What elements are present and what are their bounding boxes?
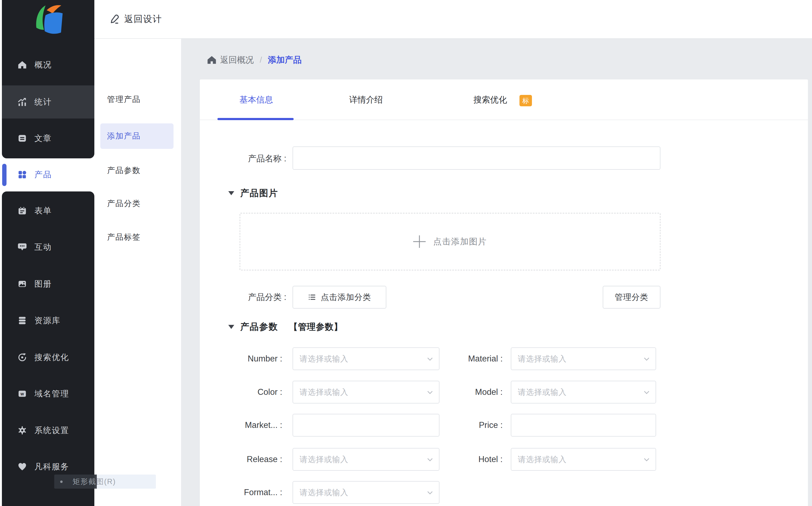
param-select-model[interactable]: 请选择或输入 xyxy=(511,381,656,404)
param-input-price[interactable] xyxy=(511,414,656,437)
seo-tab-badge: 标 xyxy=(520,95,532,106)
sidebar-item-forms[interactable]: 表单 xyxy=(0,202,94,219)
param-label-price: Price : xyxy=(432,414,503,437)
product-category-label: 产品分类 : xyxy=(215,286,286,309)
collapse-triangle-icon xyxy=(228,191,234,195)
add-product-card: 基本信息 详情介绍 搜索优化 标 产品名称 : 产品图片 点击添加图片 产品分类… xyxy=(200,79,808,506)
fanke-logo[interactable] xyxy=(30,4,68,36)
param-label-hotel: Hotel : xyxy=(432,448,503,471)
param-label-model: Model : xyxy=(432,381,503,404)
submenu-item-product-params[interactable]: 产品参数 xyxy=(94,161,181,180)
param-select-material[interactable]: 请选择或输入 xyxy=(511,347,656,370)
sidebar-item-stats[interactable]: 统计 xyxy=(0,94,94,110)
breadcrumb-back-link[interactable]: 返回概况 xyxy=(206,54,254,66)
product-name-label: 产品名称 : xyxy=(215,147,286,170)
product-params-section-header[interactable]: 产品参数 【管理参数】 xyxy=(228,321,343,333)
sidebar-item-products[interactable]: 产品 xyxy=(0,167,94,183)
add-category-button[interactable]: 点击添加分类 xyxy=(292,286,386,309)
form-icon xyxy=(17,205,28,216)
param-label-number: Number : xyxy=(211,347,282,370)
sidebar-item-overview[interactable]: 概况 xyxy=(0,57,94,73)
home-icon xyxy=(17,59,28,70)
chevron-down-icon xyxy=(642,455,651,464)
submenu-item-manage-products[interactable]: 管理产品 xyxy=(94,90,181,109)
manage-params-link[interactable]: 【管理参数】 xyxy=(289,321,343,333)
param-label-color: Color : xyxy=(211,381,282,404)
stats-icon xyxy=(17,96,28,107)
database-icon xyxy=(17,315,28,326)
collapse-triangle-icon xyxy=(228,325,234,329)
product-params-section-title: 产品参数 xyxy=(240,321,278,333)
tab-bar: 基本信息 详情介绍 搜索优化 标 xyxy=(200,79,808,120)
param-select-release[interactable]: 请选择或输入 xyxy=(292,448,440,471)
param-label-release: Release : xyxy=(211,448,282,471)
chat-icon xyxy=(17,242,28,252)
plus-icon xyxy=(413,235,426,248)
tab-seo[interactable]: 搜索优化 xyxy=(463,90,517,109)
grid-icon xyxy=(17,169,28,180)
param-select-hotel[interactable]: 请选择或输入 xyxy=(511,448,656,471)
add-image-upload-area[interactable]: 点击添加图片 xyxy=(240,213,660,270)
breadcrumb: 返回概况 / 添加产品 xyxy=(206,53,301,67)
chevron-down-icon xyxy=(642,354,651,364)
product-image-section-title: 产品图片 xyxy=(240,187,278,199)
param-select-format[interactable]: 请选择或输入 xyxy=(292,481,440,504)
tab-detail-intro[interactable]: 详情介绍 xyxy=(339,90,393,109)
pen-icon xyxy=(108,14,120,25)
upload-hint-text: 点击添加图片 xyxy=(433,236,487,247)
breadcrumb-current: 添加产品 xyxy=(268,54,301,66)
article-icon xyxy=(17,133,28,144)
main-sidebar: 概况 统计 文章 xyxy=(0,0,94,506)
sidebar-item-settings[interactable]: 系统设置 xyxy=(0,422,94,438)
product-image-section-header[interactable]: 产品图片 xyxy=(228,187,278,199)
param-select-color[interactable]: 请选择或输入 xyxy=(292,381,440,404)
sidebar-item-domain[interactable]: w 域名管理 xyxy=(0,386,94,402)
home-icon xyxy=(206,55,217,65)
svg-text:w: w xyxy=(20,392,24,396)
sidebar-item-service[interactable]: 凡科服务 xyxy=(0,458,94,475)
product-submenu: 管理产品 功能设置 添加产品 产品参数 产品分类 产品标签 xyxy=(94,39,182,506)
param-select-number[interactable]: 请选择或输入 xyxy=(292,347,440,370)
param-input-market[interactable] xyxy=(292,414,440,437)
chevron-down-icon xyxy=(425,488,435,497)
tooltip-text: 矩形截图(R) xyxy=(73,475,116,489)
breadcrumb-separator: / xyxy=(258,55,264,65)
submenu-item-product-tags[interactable]: 产品标签 xyxy=(94,228,181,247)
tab-basic-info[interactable]: 基本信息 xyxy=(229,90,283,109)
sidebar-item-gallery[interactable]: 图册 xyxy=(0,276,94,292)
gallery-icon xyxy=(17,278,28,289)
sidebar-item-seo[interactable]: 搜索优化 xyxy=(0,349,94,365)
tooltip-dot xyxy=(60,481,63,483)
sidebar-item-articles[interactable]: 文章 xyxy=(0,130,94,147)
active-tab-underline xyxy=(217,118,294,120)
manage-category-button[interactable]: 管理分类 xyxy=(603,286,660,309)
seo-icon xyxy=(17,352,28,363)
product-name-input[interactable] xyxy=(292,147,660,170)
submenu-item-product-categories[interactable]: 产品分类 xyxy=(94,194,181,213)
back-to-design-button[interactable]: 返回设计 xyxy=(108,0,162,38)
param-label-market: Market... : xyxy=(211,414,282,437)
domain-icon: w xyxy=(17,388,28,399)
screenshot-tool-tooltip: 矩形截图(R) xyxy=(54,475,156,489)
top-bar: 返回设计 xyxy=(94,0,812,39)
list-icon xyxy=(308,293,317,302)
param-label-material: Material : xyxy=(432,347,503,370)
submenu-item-add-product[interactable]: 添加产品 xyxy=(94,126,181,146)
sidebar-item-interaction[interactable]: 互动 xyxy=(0,239,94,255)
heart-icon xyxy=(17,461,28,472)
sidebar-item-resources[interactable]: 资源库 xyxy=(0,312,94,329)
gear-icon xyxy=(17,425,28,436)
chevron-down-icon xyxy=(642,388,651,397)
param-label-format: Format... : xyxy=(211,481,282,504)
